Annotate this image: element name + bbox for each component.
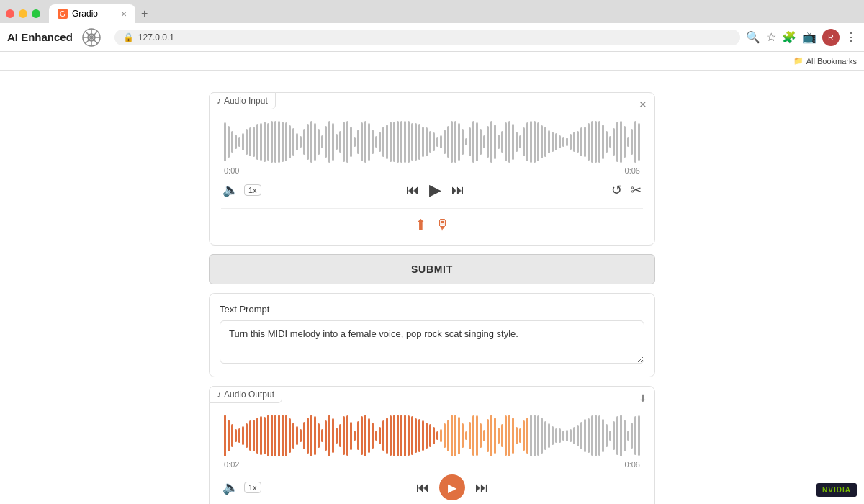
tab-favicon: G bbox=[58, 9, 68, 19]
close-window-button[interactable] bbox=[6, 9, 14, 18]
upload-row: ⬆ 🎙 bbox=[221, 208, 643, 233]
skip-back-button[interactable]: ⏮ bbox=[405, 183, 420, 198]
audio-input-waveform[interactable] bbox=[224, 120, 640, 163]
tab-bar: G Gradio ✕ + bbox=[0, 0, 864, 23]
ctrl-center: ⏮ ▶ ⏭ bbox=[261, 181, 610, 199]
audio-output-label: ♪ Audio Output bbox=[209, 386, 282, 403]
audio-input-close-button[interactable]: ✕ bbox=[639, 99, 647, 110]
text-prompt-label: Text Prompt bbox=[220, 304, 644, 315]
tab-title: Gradio bbox=[72, 9, 98, 19]
upload-file-button[interactable]: ⬆ bbox=[415, 216, 427, 233]
address-text: 127.0.0.1 bbox=[138, 32, 174, 42]
user-avatar[interactable]: R bbox=[822, 29, 840, 46]
ctrl-right: ↺ ✂ bbox=[610, 182, 643, 198]
maximize-window-button[interactable] bbox=[32, 9, 40, 18]
audio-input-time-start: 0:00 bbox=[224, 166, 239, 175]
ctrl-left: 🔈 1x bbox=[221, 182, 261, 198]
audio-output-card: ♪ Audio Output ⬇ 0:02 0:06 🔈 1x ⏮ ▶ ⏭ bbox=[209, 386, 655, 504]
app-title: AI Enhanced bbox=[7, 31, 73, 43]
audio-output-download-button[interactable]: ⬇ bbox=[639, 392, 647, 404]
menu-icon[interactable]: ⋮ bbox=[845, 30, 857, 44]
output-skip-back-button[interactable]: ⏮ bbox=[415, 480, 431, 495]
tab-close-button[interactable]: ✕ bbox=[121, 10, 127, 18]
nvidia-badge: NVIDIA bbox=[816, 483, 857, 497]
bookmarks-label[interactable]: All Bookmarks bbox=[806, 57, 857, 66]
star-icon[interactable]: ☆ bbox=[766, 30, 776, 44]
trim-button[interactable]: ✂ bbox=[629, 182, 643, 198]
skip-forward-button[interactable]: ⏭ bbox=[450, 183, 466, 198]
bookmarks-folder-icon: 📁 bbox=[793, 56, 804, 66]
address-bar-row: AI Enhanced 🔒 127.0.0.1 🔍 ☆ 🧩 📺 R ⋮ bbox=[0, 23, 864, 52]
new-tab-button[interactable]: + bbox=[138, 7, 150, 20]
toolbar-right: 🔍 ☆ 🧩 📺 R ⋮ bbox=[746, 29, 857, 46]
output-skip-forward-button[interactable]: ⏭ bbox=[474, 480, 490, 495]
audio-output-time-start: 0:02 bbox=[224, 460, 239, 469]
audio-output-waveform[interactable] bbox=[224, 414, 640, 457]
cast-icon[interactable]: 📺 bbox=[802, 30, 816, 44]
main-content: ♪ Audio Input ✕ 0:00 0:06 🔈 1x ⏮ ▶ ⏭ bbox=[0, 71, 864, 504]
audio-output-time-row: 0:02 0:06 bbox=[224, 460, 640, 469]
play-button[interactable]: ▶ bbox=[429, 181, 441, 199]
text-prompt-input[interactable] bbox=[220, 320, 644, 364]
audio-input-time-row: 0:00 0:06 bbox=[224, 166, 640, 175]
output-ctrl-left: 🔈 1x bbox=[221, 480, 261, 495]
output-mute-button[interactable]: 🔈 bbox=[221, 480, 240, 495]
undo-button[interactable]: ↺ bbox=[610, 182, 624, 198]
address-bar[interactable]: 🔒 127.0.0.1 bbox=[114, 30, 740, 45]
audio-output-waveform-container: 0:02 0:06 bbox=[221, 414, 643, 469]
bookmarks-bar: 📁 All Bookmarks bbox=[0, 52, 864, 71]
extension-icon[interactable]: 🧩 bbox=[782, 30, 796, 44]
record-microphone-button[interactable]: 🎙 bbox=[436, 216, 450, 233]
audio-input-label: ♪ Audio Input bbox=[209, 92, 276, 109]
music-icon-output: ♪ bbox=[217, 390, 221, 400]
browser-frame: G Gradio ✕ + AI Enhanced 🔒 127.0.0.1 🔍 ☆… bbox=[0, 0, 864, 71]
output-play-button[interactable]: ▶ bbox=[439, 474, 465, 500]
audio-input-card: ♪ Audio Input ✕ 0:00 0:06 🔈 1x ⏮ ▶ ⏭ bbox=[209, 92, 655, 246]
traffic-lights bbox=[6, 9, 40, 18]
submit-button[interactable]: SUBMIT bbox=[209, 254, 655, 284]
app-logo-area: AI Enhanced bbox=[7, 31, 73, 44]
app-logo-icon bbox=[81, 27, 102, 48]
text-prompt-card: Text Prompt bbox=[209, 293, 655, 377]
output-ctrl-center: ⏮ ▶ ⏭ bbox=[261, 474, 643, 500]
browser-tab-gradio[interactable]: G Gradio ✕ bbox=[49, 4, 135, 23]
minimize-window-button[interactable] bbox=[19, 9, 27, 18]
music-icon: ♪ bbox=[217, 96, 221, 106]
speed-badge[interactable]: 1x bbox=[244, 184, 261, 196]
audio-output-controls: 🔈 1x ⏮ ▶ ⏭ bbox=[221, 474, 643, 500]
zoom-icon[interactable]: 🔍 bbox=[746, 30, 760, 44]
audio-input-time-end: 0:06 bbox=[625, 166, 640, 175]
output-speed-badge[interactable]: 1x bbox=[244, 482, 261, 493]
audio-output-time-end: 0:06 bbox=[625, 460, 640, 469]
audio-input-controls: 🔈 1x ⏮ ▶ ⏭ ↺ ✂ bbox=[221, 181, 643, 199]
mute-button[interactable]: 🔈 bbox=[221, 182, 240, 198]
audio-input-waveform-container: 0:00 0:06 bbox=[221, 120, 643, 175]
